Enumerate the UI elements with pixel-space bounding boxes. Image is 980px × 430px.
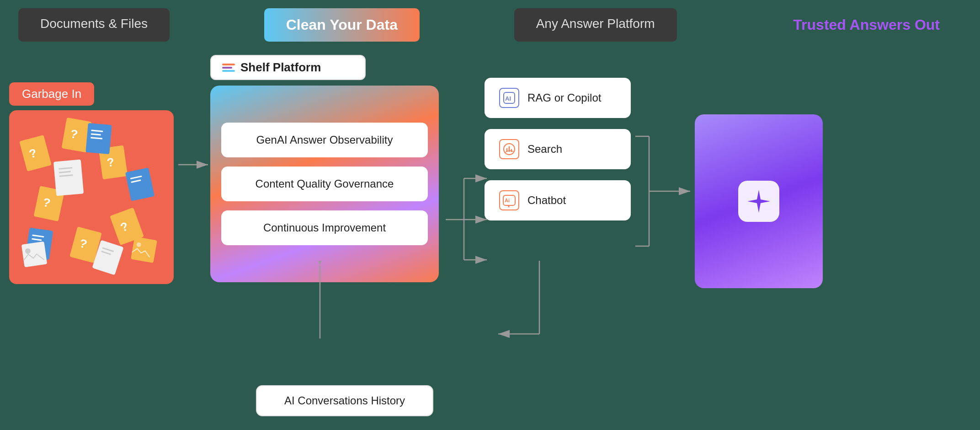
svg-text:AI: AI [505,95,511,102]
any-answer-bracket [635,113,695,269]
shelf-item-content: Content Quality Governance [221,167,428,201]
search-icon [499,139,519,159]
ai-conversations-box: AI Conversations History [256,385,433,416]
shelf-section: Shelf Platform GenAI Answer Observabilit… [210,55,439,282]
search-label: Search [527,143,562,156]
garbage-in-text: Garbage In [22,87,81,101]
search-chart-icon [502,142,516,156]
documents-label: Documents & Files [18,8,170,42]
trusted-section [695,114,823,288]
ai-icon: AI [503,91,516,104]
shelf-logo-bar-2 [222,67,232,69]
shelf-item-content-label: Content Quality Governance [256,177,394,190]
garbage-box: ? ? ? ? ? ? [9,110,174,284]
rag-copilot-label: RAG or Copilot [527,91,601,104]
trusted-out-label: Trusted Answers Out [771,8,962,42]
garbage-documents-svg: ? ? ? ? ? ? [9,110,174,284]
sparkle-svg [745,188,772,215]
any-answer-label-text: Any Answer Platform [536,16,655,31]
search-item: Search [485,129,631,169]
svg-point-52 [508,206,510,207]
shelf-platform-box: GenAI Answer Observability Content Quali… [210,86,439,282]
garbage-to-shelf-arrow [178,156,215,174]
garbage-in-label: Garbage In [9,82,94,106]
svg-rect-29 [21,242,47,267]
shelf-item-continuous-label: Continuous Improvement [263,221,386,234]
garbage-in-section: Garbage In ? ? ? ? ? ? [9,82,174,284]
ai-conversations-label: AI Conversations History [284,394,405,407]
trusted-sparkle-icon [738,181,779,222]
clean-data-label: Clean Your Data [264,8,420,42]
svg-rect-22 [53,160,84,196]
top-labels-row: Documents & Files Clean Your Data Any An… [0,0,980,42]
shelf-item-genai-label: GenAI Answer Observability [256,134,393,146]
documents-label-text: Documents & Files [40,16,148,31]
svg-text:Ai: Ai [505,198,510,203]
svg-rect-31 [131,236,157,263]
any-answer-section: AI RAG or Copilot Search [485,55,631,220]
shelf-logo [222,64,235,72]
shelf-item-genai: GenAI Answer Observability [221,123,428,157]
svg-rect-16 [125,167,154,201]
chatbot-to-ai-conv-arrow [494,261,585,398]
shelf-header: Shelf Platform [210,55,366,80]
any-answer-items: AI RAG or Copilot Search [485,78,631,220]
chatbot-label: Chatbot [527,194,566,207]
rag-copilot-item: AI RAG or Copilot [485,78,631,118]
main-area: Garbage In ? ? ? ? ? ? [0,55,980,430]
clean-data-label-text: Clean Your Data [286,16,398,33]
shelf-platform-name: Shelf Platform [240,60,321,75]
trusted-out-label-text: Trusted Answers Out [793,16,940,33]
chatbot-item: Ai Chatbot [485,180,631,220]
chatbot-ai-icon: Ai [502,194,516,207]
shelf-logo-bar-1 [222,64,235,65]
trusted-box [695,114,823,288]
shelf-logo-bar-3 [222,70,235,72]
any-answer-label: Any Answer Platform [514,8,677,42]
shelf-item-continuous: Continuous Improvement [221,210,428,245]
chatbot-icon: Ai [499,190,519,210]
rag-icon: AI [499,88,519,108]
